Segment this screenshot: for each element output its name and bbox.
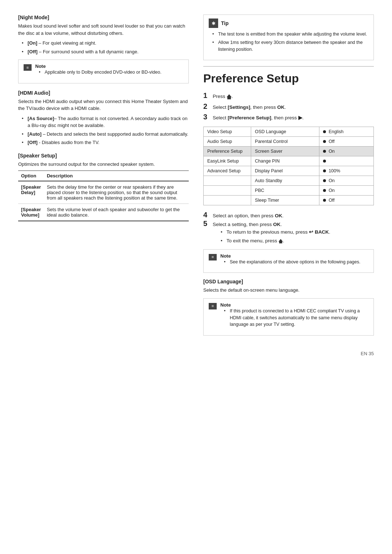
night-mode-heading: [Night Mode] <box>18 15 189 20</box>
step-5-row: 5 Select a setting, then press OK. <box>203 220 374 227</box>
hdmi-audio-bullets: [As Source]– The audio format is not con… <box>18 115 189 146</box>
speaker-setup-body: Optimizes the surround output for the co… <box>18 161 189 168</box>
settings-row-4: EasyLink Setup Change PIN <box>204 156 374 166</box>
step-5-sub-bullets: To return to the previous menu, press ↩ … <box>203 229 374 245</box>
note-icon-3: ≡ <box>209 303 217 309</box>
item-osd-language: OSD Language <box>251 127 319 137</box>
settings-row-6: Auto Standby On <box>204 176 374 186</box>
note-label-2: Note <box>220 253 231 259</box>
page-number: EN 35 <box>18 351 374 356</box>
val-auto-standby-on: On <box>319 176 373 186</box>
hdmi-audio-body: Selects the HDMI audio output when you c… <box>18 98 189 112</box>
preference-note-content: Note See the explanations of the above o… <box>220 253 360 269</box>
home-icon <box>226 94 232 99</box>
osd-note-list: If this product is connected to a HDMI C… <box>220 308 368 328</box>
preference-note-item-1: See the explanations of the above option… <box>224 259 360 266</box>
night-mode-note-item-1: Applicable only to Dolby encoded DVD-vid… <box>39 69 162 76</box>
note-icon-2: ≡ <box>209 254 217 260</box>
preference-note-text: See the explanations of the above option… <box>220 259 360 266</box>
val-100-percent: 100% <box>319 166 373 176</box>
speaker-row-2: [SpeakerVolume] Sets the volume level of… <box>18 204 189 221</box>
speaker-col-desc: Description <box>44 171 189 181</box>
step-1: 1 Press . <box>203 92 374 100</box>
item-change-pin: Change PIN <box>251 156 319 166</box>
speaker-setup-section: [Speaker Setup] Optimizes the surround o… <box>18 153 189 222</box>
osd-language-section: [OSD Language] Selects the default on-sc… <box>203 279 374 336</box>
night-mode-section: [Night Mode] Makes loud sound level soft… <box>18 15 189 83</box>
right-column: ✱ Tip The test tone is emitted from the … <box>203 15 374 340</box>
val-pbc-on: On <box>319 186 373 196</box>
settings-row-8: Sleep Timer Off <box>204 196 374 205</box>
note-label-3: Note <box>220 302 231 308</box>
menu-audio-setup: Audio Setup <box>204 137 251 147</box>
note-label: Note <box>35 63 46 69</box>
speaker-col-option: Option <box>18 171 44 181</box>
note-icon: ≡ <box>24 64 32 71</box>
tip-item-1: The test tone is emitted from the speake… <box>212 31 368 38</box>
night-mode-bullet-2: [Off] – For surround sound with a full d… <box>22 48 189 56</box>
preference-note: ≡ Note See the explanations of the above… <box>203 249 374 273</box>
night-mode-bullet-1: [On] – For quiet viewing at night. <box>22 40 189 47</box>
preference-setup-title: Preference Setup <box>203 66 374 85</box>
tip-icon: ✱ <box>209 19 218 28</box>
speaker-desc-2: Sets the volume level of each speaker an… <box>44 204 189 221</box>
steps-4-5: 4 Select an option, then press OK. 5 Sel… <box>203 211 374 245</box>
speaker-setup-heading: [Speaker Setup] <box>18 153 189 159</box>
val-off-parental: Off <box>319 137 373 147</box>
tip-item-2: Allow 1ms setting for every 30cm distanc… <box>212 39 368 53</box>
settings-row-2: Audio Setup Parental Control Off <box>204 137 374 147</box>
night-mode-body: Makes loud sound level softer and soft s… <box>18 22 189 37</box>
menu-empty-3 <box>204 196 251 205</box>
menu-easylink-setup: EasyLink Setup <box>204 156 251 166</box>
osd-note-item-1: If this product is connected to a HDMI C… <box>224 308 368 328</box>
tip-content: The test tone is emitted from the speake… <box>209 31 368 53</box>
speaker-table: Option Description [SpeakerDelay] Sets t… <box>18 171 189 221</box>
night-mode-note-content: Note Applicable only to Dolby encoded DV… <box>35 63 162 79</box>
left-column: [Night Mode] Makes loud sound level soft… <box>18 15 189 340</box>
tip-label: Tip <box>221 20 229 26</box>
speaker-option-2: [SpeakerVolume] <box>18 204 44 221</box>
night-mode-note-text: Applicable only to Dolby encoded DVD-vid… <box>35 69 162 76</box>
osd-language-body: Selects the default on-screen menu langu… <box>203 287 374 294</box>
val-sleep-timer-off: Off <box>319 196 373 205</box>
val-change-pin <box>319 156 373 166</box>
osd-note-content: Note If this product is connected to a H… <box>220 302 368 332</box>
menu-video-setup: Video Setup <box>204 127 251 137</box>
hdmi-bullet-2: [Auto] – Detects and selects the best su… <box>22 131 189 138</box>
val-screen-saver-on: On <box>319 147 373 156</box>
item-parental-control: Parental Control <box>251 137 319 147</box>
item-screen-saver: Screen Saver <box>251 147 319 156</box>
hdmi-audio-heading: [HDMI Audio] <box>18 90 189 96</box>
item-sleep-timer: Sleep Timer <box>251 196 319 205</box>
item-pbc: PBC <box>251 186 319 196</box>
settings-row-7: PBC On <box>204 186 374 196</box>
settings-row-1: Video Setup OSD Language English <box>204 127 374 137</box>
steps-1-3: 1 Press . 2 Select [Settings], then pres… <box>203 92 374 122</box>
hdmi-audio-section: [HDMI Audio] Selects the HDMI audio outp… <box>18 90 189 146</box>
speaker-option-1: [SpeakerDelay] <box>18 181 44 204</box>
menu-empty-1 <box>204 176 251 186</box>
night-mode-note: ≡ Note Applicable only to Dolby encoded … <box>18 59 189 83</box>
hdmi-bullet-1: [As Source]– The audio format is not con… <box>22 115 189 129</box>
step-4-row: 4 Select an option, then press OK. <box>203 211 374 218</box>
menu-advanced-setup: Advanced Setup <box>204 166 251 176</box>
step-4-text: Select an option, then press OK. <box>213 213 283 218</box>
step-2: 2 Select [Settings], then press OK. <box>203 103 374 111</box>
preference-note-list: See the explanations of the above option… <box>220 259 360 266</box>
speaker-row-1: [SpeakerDelay] Sets the delay time for t… <box>18 181 189 204</box>
step-5-text: Select a setting, then press OK. <box>213 222 282 227</box>
settings-table: Video Setup OSD Language English Audio S… <box>203 127 374 205</box>
night-mode-note-list: Applicable only to Dolby encoded DVD-vid… <box>35 69 162 76</box>
osd-note-text: If this product is connected to a HDMI C… <box>220 308 368 328</box>
speaker-desc-1: Sets the delay time for the center or re… <box>44 181 189 204</box>
menu-empty-2 <box>204 186 251 196</box>
settings-row-5: Advanced Setup Display Panel 100% <box>204 166 374 176</box>
sub-bullet-home: To exit the menu, press . <box>221 237 374 245</box>
home-icon-2 <box>278 239 283 243</box>
tip-header: ✱ Tip <box>209 19 368 28</box>
sub-bullet-back: To return to the previous menu, press ↩ … <box>221 229 374 236</box>
osd-note: ≡ Note If this product is connected to a… <box>203 298 374 336</box>
step-3: 3 Select [Preference Setup], then press … <box>203 113 374 122</box>
item-display-panel: Display Panel <box>251 166 319 176</box>
settings-row-3: Preference Setup Screen Saver On <box>204 147 374 156</box>
